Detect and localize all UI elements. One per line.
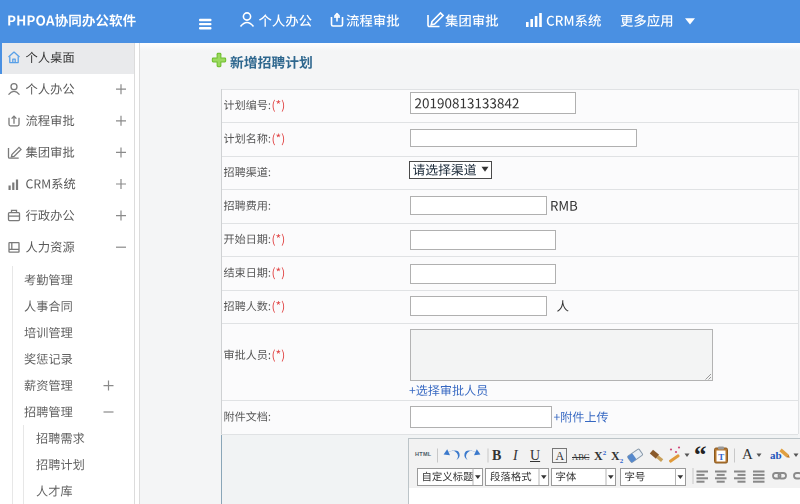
svg-text:T: T: [718, 452, 724, 462]
